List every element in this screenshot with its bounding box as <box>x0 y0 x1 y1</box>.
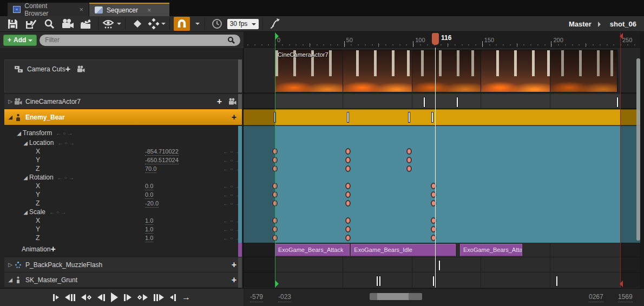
playhead-marker[interactable] <box>432 33 439 45</box>
transform-track-area[interactable] <box>244 126 640 243</box>
value-field[interactable]: -854.710022 <box>145 148 219 155</box>
value-field[interactable]: 0.0 <box>145 191 219 198</box>
create-camera-button[interactable] <box>60 17 76 31</box>
animation-clip[interactable]: ExoGame_Bears_Idle <box>351 244 456 256</box>
playback-start-marker[interactable] <box>275 33 282 39</box>
camera-lock-icon[interactable] <box>228 98 236 105</box>
horizontal-scrollbar[interactable] <box>370 293 422 300</box>
set-end-time-button[interactable] <box>170 294 176 301</box>
keyframe-bar[interactable] <box>432 276 435 287</box>
track-row-animation[interactable]: Animation + <box>4 242 242 256</box>
keyframe-nav[interactable]: ←○→ <box>54 175 76 181</box>
keyframe-bar[interactable] <box>431 112 433 123</box>
time-options-button[interactable] <box>209 17 225 31</box>
keyframe-bar[interactable] <box>556 276 558 287</box>
keyframe-nav[interactable]: ←○→ <box>52 130 75 136</box>
expander-icon[interactable]: ▷ <box>6 98 14 104</box>
property-row-rotation-z[interactable]: Z -20.0 ←○→ <box>4 199 242 208</box>
keyframe-bar[interactable] <box>616 97 619 108</box>
animation-clip[interactable]: ExoGame_Bears_Attack <box>275 244 350 256</box>
value-field[interactable]: 0.0 <box>145 183 219 189</box>
fps-dropdown[interactable]: 30 fps <box>227 17 259 31</box>
track-row-cinecameraactor7[interactable]: ▷ CineCameraActor7 + <box>4 94 242 109</box>
range-start-field[interactable]: -579 <box>250 293 263 302</box>
previous-keyframe-button[interactable] <box>81 294 91 301</box>
value-field[interactable]: -650.512024 <box>145 157 219 163</box>
keyframe-bar[interactable] <box>456 97 458 108</box>
snap-options-button[interactable] <box>192 17 201 31</box>
animation-clip[interactable]: ExoGame_Bears_Attack <box>460 244 522 256</box>
value-field[interactable]: -20.0 <box>145 200 219 207</box>
filter-input[interactable]: Filter <box>40 35 240 46</box>
keyframe-bar[interactable] <box>379 276 381 287</box>
expander-icon[interactable]: ◢ <box>6 114 14 120</box>
view-end-field[interactable]: 0267 <box>589 293 603 302</box>
keyframe-button[interactable] <box>129 17 146 31</box>
add-section-button[interactable]: + <box>232 261 236 269</box>
jump-to-start-button[interactable] <box>65 294 75 301</box>
view-start-field[interactable]: -023 <box>278 293 291 302</box>
keyframe-dot[interactable] <box>406 165 412 172</box>
property-row-scale-y[interactable]: Y 1.0 ←○→ <box>4 225 242 234</box>
save-button[interactable] <box>4 17 21 31</box>
range-end-field[interactable]: 1569 <box>618 293 633 302</box>
keyframe-nav[interactable]: ←○→ <box>45 209 68 215</box>
expander-icon[interactable]: ◢ <box>22 140 29 146</box>
track-row-enemy-bear[interactable]: ◢ Enemy_Bear + <box>4 109 242 125</box>
playback-end-line[interactable] <box>620 32 621 288</box>
value-field[interactable]: 1.0 <box>145 217 219 224</box>
master-grunt-track[interactable] <box>244 272 640 288</box>
playback-mode-button[interactable]: → <box>182 293 190 302</box>
jump-to-end-button[interactable] <box>154 294 164 301</box>
property-row-transform[interactable]: ◢ Transform ←○→ <box>4 128 242 138</box>
keyframe-bar[interactable] <box>438 260 441 271</box>
find-button[interactable] <box>41 17 57 31</box>
property-row-scale-z[interactable]: Z 1.0 ←○→ <box>4 234 242 242</box>
property-row-rotation-y[interactable]: Y 0.0 ←○→ <box>4 190 242 199</box>
value-field[interactable]: 1.0 <box>145 226 219 232</box>
keyframe-bar[interactable] <box>408 112 410 123</box>
breadcrumb-current[interactable]: shot_06 <box>610 20 636 28</box>
keyframe-bar[interactable] <box>347 112 349 123</box>
track-row-muzzleflash[interactable]: ▷ P_BackPack_MuzzleFlash + <box>4 257 242 272</box>
enemy-bear-track[interactable] <box>244 109 640 125</box>
render-movie-button[interactable] <box>78 17 94 31</box>
value-field[interactable]: 1.0 <box>145 235 219 241</box>
property-row-rotation-x[interactable]: X 0.0 ←○→ <box>4 182 242 190</box>
playback-end-marker[interactable] <box>616 33 623 39</box>
playback-end-marker[interactable] <box>616 281 623 287</box>
property-row-rotation[interactable]: ◢ Rotation ←○→ <box>4 173 242 182</box>
close-icon[interactable]: × <box>79 5 83 14</box>
close-icon[interactable]: × <box>147 6 152 14</box>
step-forward-button[interactable] <box>124 294 132 301</box>
value-field[interactable]: 70.0 <box>145 165 219 172</box>
next-keyframe-button[interactable] <box>137 294 148 301</box>
add-track-button[interactable]: + Add <box>3 35 37 46</box>
property-row-location-z[interactable]: Z 70.0 ←○→ <box>4 164 242 173</box>
property-row-scale[interactable]: ◢ Scale ←○→ <box>4 208 242 216</box>
play-button[interactable] <box>111 292 118 302</box>
keyframe-options-button[interactable] <box>148 17 166 31</box>
keyframe-dot[interactable] <box>406 157 412 163</box>
step-back-button[interactable] <box>97 294 105 301</box>
property-row-location[interactable]: ◢ Location ←○→ <box>4 138 242 147</box>
tab-content-browser[interactable]: Content Browser × <box>8 3 89 16</box>
set-start-time-button[interactable] <box>53 294 59 301</box>
expander-icon[interactable]: ◢ <box>15 130 23 136</box>
save-as-button[interactable] <box>23 17 39 31</box>
tab-sequencer[interactable]: Sequencer × <box>89 3 169 16</box>
add-section-button[interactable]: + <box>217 97 222 106</box>
expander-icon[interactable]: ▷ <box>6 262 14 268</box>
add-section-button[interactable]: + <box>232 276 236 284</box>
keyframe-nav[interactable]: ←○→ <box>54 140 76 146</box>
expander-icon[interactable]: ◢ <box>6 277 14 283</box>
add-section-button[interactable]: + <box>50 245 55 254</box>
add-section-button[interactable]: + <box>65 65 70 74</box>
add-camera-icon[interactable] <box>77 65 85 73</box>
keyframe-bar[interactable] <box>376 276 378 287</box>
keyframe-dot[interactable] <box>406 148 412 155</box>
curve-editor-button[interactable] <box>267 17 283 31</box>
property-row-location-x[interactable]: X -854.710022 ←○→ <box>4 147 242 156</box>
breadcrumb-root[interactable]: Master <box>569 20 592 28</box>
camera-cuts-track[interactable]: Camera Cuts + <box>4 59 242 92</box>
